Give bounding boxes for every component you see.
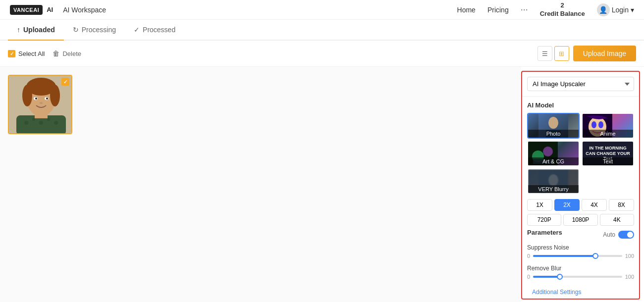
image-check-mark bbox=[61, 78, 69, 86]
scale-8x[interactable]: 8X bbox=[609, 199, 634, 211]
delete-button[interactable]: 🗑 Delete bbox=[53, 50, 81, 57]
delete-label: Delete bbox=[62, 50, 81, 57]
select-all-label: Select All bbox=[18, 50, 45, 57]
model-art-cg[interactable]: Art & CG bbox=[527, 141, 580, 166]
additional-settings-link[interactable]: Additional Settings bbox=[527, 286, 634, 299]
remove-blur-label: Remove Blur bbox=[527, 265, 634, 272]
model-art-label: Art & CG bbox=[528, 157, 579, 165]
ai-model-title: AI Model bbox=[527, 101, 634, 109]
more-options-icon[interactable]: ··· bbox=[521, 4, 528, 15]
svg-point-6 bbox=[54, 121, 58, 125]
view-toggle: ☰ ⊞ bbox=[537, 46, 569, 61]
toolbar-right: ☰ ⊞ Upload Image bbox=[537, 46, 636, 61]
svg-point-4 bbox=[39, 121, 43, 125]
remove-blur-param: Remove Blur 0 100 bbox=[527, 265, 634, 280]
trash-icon: 🗑 bbox=[53, 50, 59, 57]
model-grid: Photo Anime bbox=[527, 113, 634, 194]
res-4k[interactable]: 4K bbox=[600, 214, 634, 226]
login-label: Login bbox=[612, 6, 629, 14]
grid-view-button[interactable]: ⊞ bbox=[554, 46, 569, 61]
main-content: AI Image Upscaler AI Image Denoiser AI I… bbox=[0, 67, 644, 302]
nav-home[interactable]: Home bbox=[457, 6, 476, 14]
right-panel: AI Image Upscaler AI Image Denoiser AI I… bbox=[521, 71, 640, 300]
credit-balance: 2 Credit Balance bbox=[540, 1, 585, 18]
image-item[interactable] bbox=[8, 75, 72, 134]
scale-1x[interactable]: 1X bbox=[527, 199, 552, 211]
processing-icon: ↻ bbox=[73, 26, 79, 34]
suppress-noise-label: Suppress Noise bbox=[527, 244, 634, 251]
res-1080p[interactable]: 1080P bbox=[563, 214, 597, 226]
model-anime[interactable]: Anime bbox=[582, 113, 634, 139]
suppress-max: 100 bbox=[625, 253, 634, 259]
suppress-range[interactable] bbox=[533, 255, 622, 257]
model-text[interactable]: IN THE MORNINGCAN CHANGE YOURText Text bbox=[582, 141, 634, 166]
login-chevron: ▾ bbox=[631, 6, 634, 14]
upload-icon: ↑ bbox=[17, 26, 20, 34]
suppress-noise-param: Suppress Noise 0 100 bbox=[527, 244, 634, 259]
svg-point-14 bbox=[35, 98, 37, 100]
select-all-button[interactable]: Select All bbox=[8, 50, 45, 57]
tab-processing[interactable]: ↻ Processing bbox=[64, 20, 125, 41]
svg-point-18 bbox=[548, 117, 558, 129]
image-grid bbox=[8, 75, 513, 134]
svg-point-11 bbox=[50, 85, 60, 106]
model-text-label: Text bbox=[583, 157, 633, 165]
blur-max: 100 bbox=[625, 274, 634, 280]
credit-amount: 2 bbox=[540, 1, 585, 10]
processed-icon: ✓ bbox=[134, 26, 140, 34]
logo-text: AI bbox=[47, 6, 53, 13]
tab-processed-label: Processed bbox=[143, 26, 175, 34]
svg-point-2 bbox=[24, 121, 28, 125]
svg-point-22 bbox=[591, 121, 596, 128]
credit-label: Credit Balance bbox=[540, 10, 585, 18]
model-photo-label: Photo bbox=[528, 130, 579, 138]
blur-fill bbox=[533, 276, 560, 278]
svg-point-16 bbox=[40, 102, 43, 104]
logo-ai: AI bbox=[33, 7, 39, 13]
auto-toggle[interactable]: Auto bbox=[603, 231, 634, 239]
parameters-label: Parameters bbox=[527, 229, 562, 236]
header-nav: Home Pricing ··· 2 Credit Balance 👤 Logi… bbox=[457, 1, 634, 18]
suppress-fill bbox=[533, 255, 595, 257]
suppress-noise-slider: 0 100 bbox=[527, 253, 634, 259]
svg-point-15 bbox=[46, 98, 48, 100]
auto-switch[interactable] bbox=[618, 231, 634, 239]
toolbar: Select All 🗑 Delete ☰ ⊞ Upload Image bbox=[0, 41, 644, 67]
blur-range[interactable] bbox=[533, 276, 622, 278]
upload-image-button[interactable]: Upload Image bbox=[573, 46, 636, 61]
tab-uploaded-label: Uploaded bbox=[23, 26, 55, 34]
scale-4x[interactable]: 4X bbox=[582, 199, 607, 211]
svg-point-23 bbox=[598, 121, 603, 128]
list-view-button[interactable]: ☰ bbox=[537, 46, 552, 61]
scale-buttons: 1X 2X 4X 8X bbox=[527, 199, 634, 211]
svg-point-29 bbox=[548, 174, 558, 186]
tab-processing-label: Processing bbox=[82, 26, 116, 34]
logo-vance: VANCE bbox=[13, 7, 33, 13]
scale-2x[interactable]: 2X bbox=[554, 199, 580, 211]
tab-processed[interactable]: ✓ Processed bbox=[125, 20, 184, 41]
auto-label: Auto bbox=[603, 231, 615, 238]
suppress-min: 0 bbox=[527, 253, 530, 259]
blur-thumb[interactable] bbox=[557, 274, 563, 280]
tab-uploaded[interactable]: ↑ Uploaded bbox=[8, 20, 64, 41]
res-720p[interactable]: 720P bbox=[527, 214, 561, 226]
avatar-icon: 👤 bbox=[597, 3, 610, 16]
tool-selector[interactable]: AI Image Upscaler AI Image Denoiser AI I… bbox=[527, 77, 634, 91]
suppress-thumb[interactable] bbox=[592, 253, 598, 259]
model-very-blurry[interactable]: VERY Blurry bbox=[527, 168, 580, 194]
toolbar-left: Select All 🗑 Delete bbox=[8, 50, 81, 57]
select-all-checkbox[interactable] bbox=[8, 50, 15, 57]
parameters-header: Parameters Auto bbox=[527, 229, 634, 240]
svg-point-10 bbox=[22, 85, 32, 106]
login-button[interactable]: 👤 Login ▾ bbox=[597, 3, 634, 16]
panel-body: AI Model Photo bbox=[522, 97, 639, 299]
logo-box: VANCEAI bbox=[10, 5, 43, 15]
svg-point-26 bbox=[543, 147, 553, 156]
model-blurry-label: VERY Blurry bbox=[528, 185, 579, 193]
remove-blur-slider: 0 100 bbox=[527, 274, 634, 280]
resolution-buttons: 720P 1080P 4K bbox=[527, 214, 634, 226]
header: VANCEAI AI AI Workspace Home Pricing ···… bbox=[0, 0, 644, 20]
nav-pricing[interactable]: Pricing bbox=[487, 6, 509, 14]
model-photo[interactable]: Photo bbox=[527, 113, 580, 139]
image-area bbox=[0, 67, 521, 302]
